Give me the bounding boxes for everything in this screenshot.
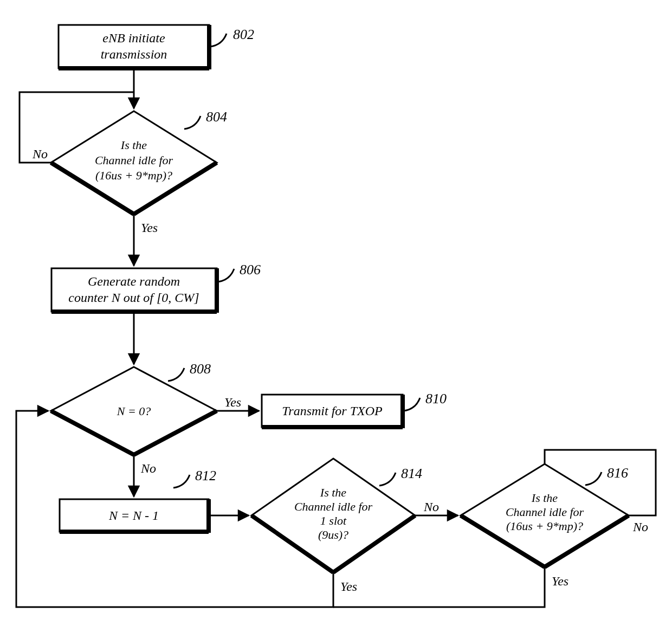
- label-802: 802: [233, 27, 254, 42]
- n806-line1: Generate random: [88, 274, 180, 288]
- label-806: 806: [240, 262, 261, 278]
- label-814: 814: [401, 466, 422, 481]
- node-808: N = 0?: [51, 367, 217, 455]
- n816-line3: (16us + 9*mp)?: [506, 519, 583, 533]
- node-810: Transmit for TXOP: [262, 395, 403, 428]
- node-814: Is the Channel idle for 1 slot (9us)?: [251, 459, 415, 572]
- n816-line1: Is the: [531, 491, 558, 505]
- n802-line1: eNB initiate: [102, 31, 165, 45]
- label-810: 810: [425, 391, 447, 407]
- label-808: 808: [190, 361, 211, 377]
- n808-yes: Yes: [224, 395, 241, 409]
- label-816: 816: [607, 465, 628, 481]
- n810-line1: Transmit for TXOP: [282, 404, 383, 418]
- n808-line1: N = 0?: [117, 404, 151, 418]
- n804-line3: (16us + 9*mp)?: [95, 169, 172, 182]
- n816-line2: Channel idle for: [506, 505, 584, 519]
- n808-no: No: [140, 461, 156, 475]
- n814-no: No: [423, 500, 439, 514]
- n804-yes: Yes: [141, 221, 158, 235]
- n806-line2: counter N out of [0, CW]: [68, 291, 199, 305]
- node-806: Generate random counter N out of [0, CW]: [51, 268, 217, 313]
- node-816: Is the Channel idle for (16us + 9*mp)?: [461, 464, 629, 567]
- n814-line3: 1 slot: [320, 514, 347, 527]
- label-804: 804: [206, 109, 227, 125]
- node-802: eNB initiate transmission: [59, 25, 209, 69]
- n802-line2: transmission: [101, 47, 167, 61]
- n812-line1: N = N - 1: [108, 508, 159, 523]
- n814-line2: Channel idle for: [294, 500, 373, 513]
- n814-line4: (9us)?: [318, 528, 348, 541]
- n804-line2: Channel idle for: [95, 153, 173, 167]
- n814-yes: Yes: [340, 579, 357, 594]
- label-812: 812: [195, 468, 216, 483]
- n804-no: No: [32, 147, 48, 161]
- n816-yes: Yes: [552, 574, 568, 588]
- node-812: N = N - 1: [60, 499, 209, 533]
- n814-line1: Is the: [320, 486, 347, 499]
- n816-no: No: [632, 520, 648, 534]
- n804-line1: Is the: [120, 138, 147, 152]
